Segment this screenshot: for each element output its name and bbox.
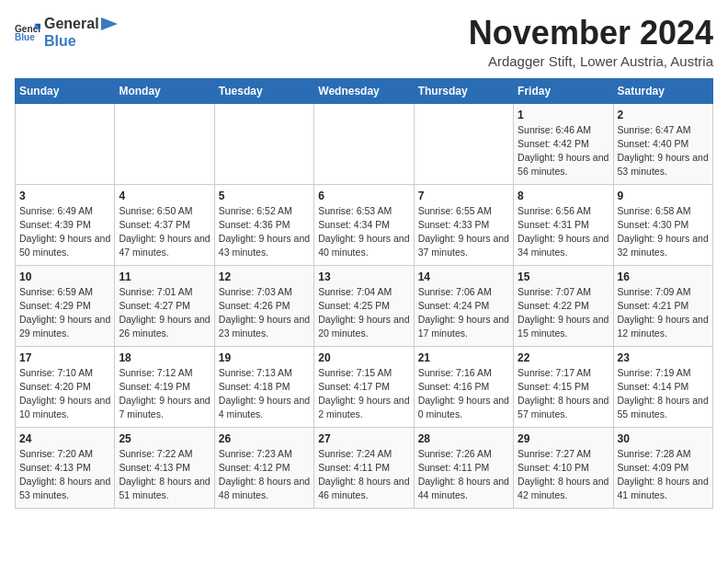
- detail-line: Sunset: 4:16 PM: [418, 381, 490, 392]
- detail-line: Daylight: 9 hours and 2 minutes.: [318, 395, 409, 419]
- day-details: Sunrise: 7:17 AMSunset: 4:15 PMDaylight:…: [518, 366, 609, 422]
- detail-line: Daylight: 9 hours and 7 minutes.: [119, 395, 210, 419]
- calendar-cell: 26Sunrise: 7:23 AMSunset: 4:12 PMDayligh…: [214, 427, 313, 508]
- detail-line: Daylight: 9 hours and 29 minutes.: [19, 314, 110, 339]
- detail-line: Daylight: 9 hours and 4 minutes.: [219, 395, 310, 419]
- logo: General Blue General Blue: [15, 15, 118, 50]
- day-of-week-sunday: Sunday: [16, 78, 115, 103]
- detail-line: Daylight: 9 hours and 20 minutes.: [318, 314, 409, 339]
- calendar-cell: 15Sunrise: 7:07 AMSunset: 4:22 PMDayligh…: [514, 265, 613, 346]
- calendar-cell: 2Sunrise: 6:47 AMSunset: 4:40 PMDaylight…: [613, 103, 712, 184]
- detail-line: Daylight: 8 hours and 57 minutes.: [518, 395, 609, 419]
- detail-line: Sunrise: 7:13 AM: [219, 367, 292, 378]
- day-details: Sunrise: 7:12 AMSunset: 4:19 PMDaylight:…: [119, 366, 210, 422]
- detail-line: Daylight: 8 hours and 46 minutes.: [318, 476, 409, 500]
- detail-line: Daylight: 9 hours and 12 minutes.: [618, 314, 709, 339]
- calendar-cell: 8Sunrise: 6:56 AMSunset: 4:31 PMDaylight…: [514, 184, 613, 265]
- detail-line: Sunset: 4:09 PM: [618, 462, 689, 473]
- day-details: Sunrise: 6:49 AMSunset: 4:39 PMDaylight:…: [19, 204, 110, 260]
- day-of-week-monday: Monday: [115, 78, 214, 103]
- calendar-header-row: SundayMondayTuesdayWednesdayThursdayFrid…: [16, 78, 713, 103]
- detail-line: Sunset: 4:30 PM: [618, 219, 689, 230]
- detail-line: Sunrise: 7:10 AM: [19, 367, 93, 378]
- detail-line: Sunrise: 7:03 AM: [219, 286, 292, 297]
- detail-line: Sunrise: 7:27 AM: [518, 448, 591, 459]
- calendar-cell: 18Sunrise: 7:12 AMSunset: 4:19 PMDayligh…: [115, 346, 214, 427]
- detail-line: Daylight: 9 hours and 17 minutes.: [418, 314, 509, 339]
- day-number: 7: [418, 190, 509, 202]
- logo-arrow-icon: [101, 17, 118, 30]
- logo-text-blue: Blue: [44, 33, 76, 49]
- calendar-cell: [115, 103, 214, 184]
- day-number: 24: [19, 432, 110, 445]
- detail-line: Sunset: 4:11 PM: [418, 462, 490, 473]
- detail-line: Sunrise: 7:09 AM: [618, 286, 691, 297]
- day-number: 4: [119, 190, 210, 202]
- day-details: Sunrise: 7:10 AMSunset: 4:20 PMDaylight:…: [19, 366, 110, 422]
- detail-line: Daylight: 8 hours and 44 minutes.: [418, 476, 509, 500]
- detail-line: Sunset: 4:14 PM: [618, 381, 689, 392]
- calendar-cell: 11Sunrise: 7:01 AMSunset: 4:27 PMDayligh…: [115, 265, 214, 346]
- day-details: Sunrise: 7:04 AMSunset: 4:25 PMDaylight:…: [318, 285, 409, 341]
- detail-line: Sunset: 4:13 PM: [19, 462, 91, 473]
- calendar-cell: [414, 103, 513, 184]
- day-details: Sunrise: 7:09 AMSunset: 4:21 PMDaylight:…: [618, 285, 709, 341]
- calendar-cell: 14Sunrise: 7:06 AMSunset: 4:24 PMDayligh…: [414, 265, 513, 346]
- detail-line: Sunrise: 7:06 AM: [418, 286, 492, 297]
- detail-line: Sunset: 4:42 PM: [518, 138, 589, 149]
- calendar-cell: 23Sunrise: 7:19 AMSunset: 4:14 PMDayligh…: [613, 346, 712, 427]
- detail-line: Sunrise: 6:52 AM: [219, 205, 292, 216]
- day-details: Sunrise: 7:24 AMSunset: 4:11 PMDaylight:…: [318, 447, 409, 503]
- day-details: Sunrise: 7:27 AMSunset: 4:10 PMDaylight:…: [518, 447, 609, 503]
- detail-line: Sunset: 4:39 PM: [19, 219, 91, 230]
- day-details: Sunrise: 7:26 AMSunset: 4:11 PMDaylight:…: [418, 447, 509, 503]
- detail-line: Daylight: 9 hours and 15 minutes.: [518, 314, 609, 339]
- detail-line: Sunset: 4:12 PM: [219, 462, 290, 473]
- day-details: Sunrise: 7:28 AMSunset: 4:09 PMDaylight:…: [618, 447, 709, 503]
- calendar-cell: 9Sunrise: 6:58 AMSunset: 4:30 PMDaylight…: [613, 184, 712, 265]
- calendar-cell: 12Sunrise: 7:03 AMSunset: 4:26 PMDayligh…: [214, 265, 313, 346]
- detail-line: Sunrise: 7:15 AM: [318, 367, 392, 378]
- calendar-table: SundayMondayTuesdayWednesdayThursdayFrid…: [15, 78, 713, 509]
- calendar-cell: 13Sunrise: 7:04 AMSunset: 4:25 PMDayligh…: [314, 265, 414, 346]
- detail-line: Daylight: 8 hours and 48 minutes.: [219, 476, 310, 500]
- week-row-3: 10Sunrise: 6:59 AMSunset: 4:29 PMDayligh…: [16, 265, 713, 346]
- day-details: Sunrise: 7:16 AMSunset: 4:16 PMDaylight:…: [418, 366, 509, 422]
- detail-line: Daylight: 9 hours and 23 minutes.: [219, 314, 310, 339]
- day-number: 13: [318, 270, 409, 283]
- detail-line: Sunset: 4:17 PM: [318, 381, 390, 392]
- day-number: 8: [518, 190, 609, 202]
- detail-line: Daylight: 8 hours and 41 minutes.: [618, 476, 709, 500]
- calendar-cell: 24Sunrise: 7:20 AMSunset: 4:13 PMDayligh…: [16, 427, 115, 508]
- day-of-week-saturday: Saturday: [613, 78, 712, 103]
- calendar-cell: 28Sunrise: 7:26 AMSunset: 4:11 PMDayligh…: [414, 427, 513, 508]
- detail-line: Daylight: 9 hours and 10 minutes.: [19, 395, 110, 419]
- day-number: 29: [518, 432, 609, 445]
- detail-line: Sunset: 4:15 PM: [518, 381, 589, 392]
- day-of-week-wednesday: Wednesday: [314, 78, 414, 103]
- day-details: Sunrise: 6:46 AMSunset: 4:42 PMDaylight:…: [518, 123, 609, 179]
- day-details: Sunrise: 6:47 AMSunset: 4:40 PMDaylight:…: [618, 123, 709, 179]
- day-details: Sunrise: 7:13 AMSunset: 4:18 PMDaylight:…: [219, 366, 310, 422]
- detail-line: Daylight: 9 hours and 26 minutes.: [119, 314, 210, 339]
- detail-line: Daylight: 9 hours and 0 minutes.: [418, 395, 509, 419]
- detail-line: Sunset: 4:25 PM: [318, 300, 390, 311]
- calendar-cell: [16, 103, 115, 184]
- calendar-cell: 29Sunrise: 7:27 AMSunset: 4:10 PMDayligh…: [514, 427, 613, 508]
- detail-line: Sunset: 4:27 PM: [119, 300, 190, 311]
- detail-line: Sunrise: 6:49 AM: [19, 205, 93, 216]
- day-details: Sunrise: 6:56 AMSunset: 4:31 PMDaylight:…: [518, 204, 609, 260]
- day-number: 19: [219, 351, 310, 364]
- day-number: 1: [518, 109, 609, 121]
- detail-line: Daylight: 9 hours and 53 minutes.: [618, 152, 709, 177]
- detail-line: Sunset: 4:21 PM: [618, 300, 689, 311]
- detail-line: Daylight: 9 hours and 32 minutes.: [618, 233, 709, 258]
- calendar-cell: 20Sunrise: 7:15 AMSunset: 4:17 PMDayligh…: [314, 346, 414, 427]
- calendar-cell: 16Sunrise: 7:09 AMSunset: 4:21 PMDayligh…: [613, 265, 712, 346]
- detail-line: Sunset: 4:20 PM: [19, 381, 91, 392]
- day-number: 18: [119, 351, 210, 364]
- detail-line: Sunrise: 7:12 AM: [119, 367, 192, 378]
- day-number: 21: [418, 351, 509, 364]
- day-number: 16: [618, 270, 709, 283]
- logo-icon: General Blue: [15, 22, 40, 42]
